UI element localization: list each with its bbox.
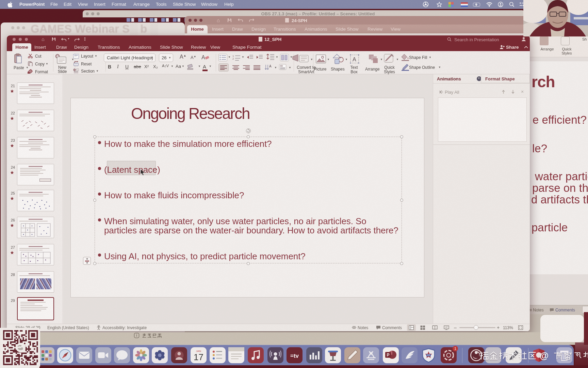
svg-text:@: @: [540, 351, 549, 361]
svg-text:A: A: [353, 57, 356, 62]
svg-text:P: P: [387, 353, 389, 357]
svg-text:A: A: [269, 64, 272, 68]
svg-text:ЯЯ: ЯЯ: [427, 354, 430, 356]
svg-text:=tv: =tv: [290, 353, 299, 359]
svg-text:A: A: [201, 55, 205, 60]
svg-text:2: 2: [232, 57, 234, 60]
svg-text:17: 17: [194, 352, 203, 362]
